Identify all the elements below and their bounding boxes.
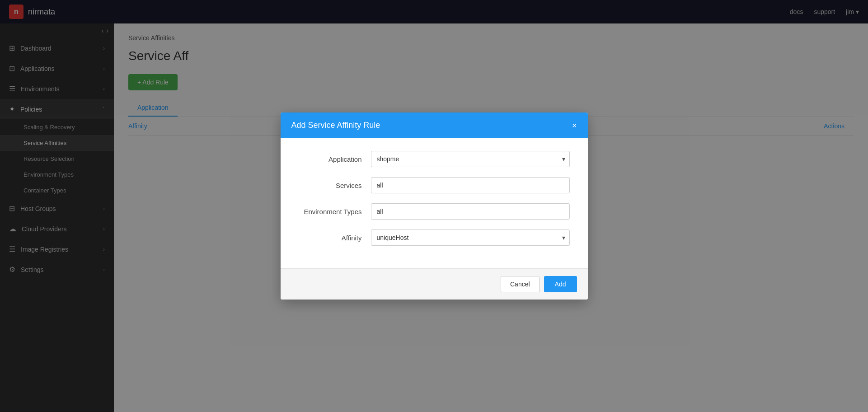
environment-types-label: Environment Types <box>299 208 371 215</box>
form-row-environment-types: Environment Types <box>299 203 570 220</box>
cancel-button[interactable]: Cancel <box>501 276 540 292</box>
modal-body: Application shopme ▾ Services Environmen… <box>281 138 588 268</box>
modal-header: Add Service Affinity Rule × <box>281 112 588 138</box>
form-row-services: Services <box>299 177 570 193</box>
modal-add-service-affinity-rule: Add Service Affinity Rule × Application … <box>281 112 588 300</box>
affinity-select[interactable]: uniqueHost <box>371 229 570 246</box>
form-row-application: Application shopme ▾ <box>299 151 570 167</box>
add-button[interactable]: Add <box>544 276 577 292</box>
application-label: Application <box>299 155 371 163</box>
modal-footer: Cancel Add <box>281 268 588 300</box>
affinity-select-wrapper: uniqueHost ▾ <box>371 229 570 246</box>
affinity-label: Affinity <box>299 234 371 242</box>
application-select[interactable]: shopme <box>371 151 570 167</box>
form-row-affinity: Affinity uniqueHost ▾ <box>299 229 570 246</box>
modal-close-button[interactable]: × <box>572 122 577 130</box>
services-label: Services <box>299 182 371 189</box>
application-select-wrapper: shopme ▾ <box>371 151 570 167</box>
modal-overlay: Add Service Affinity Rule × Application … <box>0 0 868 412</box>
environment-types-input[interactable] <box>371 203 570 220</box>
modal-title: Add Service Affinity Rule <box>291 121 380 130</box>
services-input[interactable] <box>371 177 570 193</box>
